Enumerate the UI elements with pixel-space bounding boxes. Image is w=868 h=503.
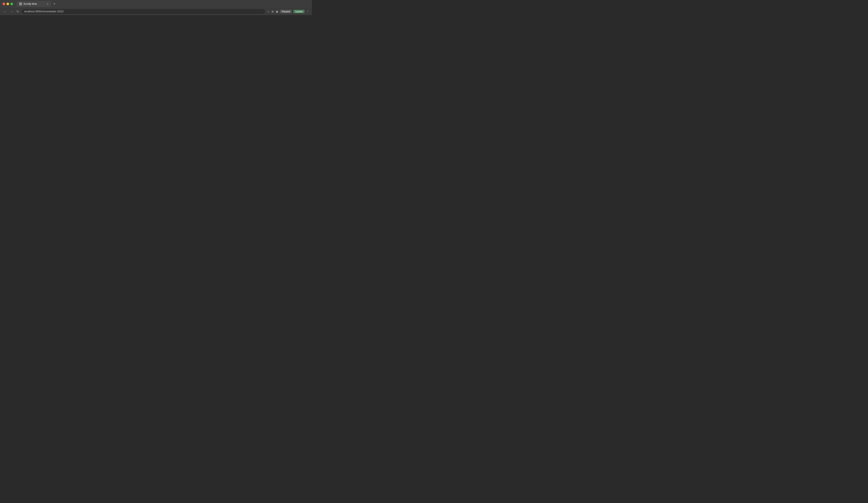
- update-button[interactable]: Update: [293, 10, 304, 13]
- menu-icon[interactable]: ⋮: [306, 10, 309, 13]
- new-tab-button[interactable]: +: [52, 1, 57, 7]
- minimize-button[interactable]: [7, 3, 9, 5]
- bookmark-icon[interactable]: ☆: [267, 10, 270, 13]
- address-bar[interactable]: localhost:3000/chrometober-2022/: [22, 9, 265, 14]
- paused-button[interactable]: Paused: [280, 10, 291, 13]
- tab-favicon: [19, 2, 22, 6]
- forward-button[interactable]: →: [9, 9, 14, 14]
- traffic-lights: [3, 3, 13, 5]
- profile-icon[interactable]: ◉: [276, 10, 278, 13]
- tab-bar: Scrolly time. ✕ +: [17, 1, 309, 7]
- toolbar-icons: ☆ ⊕ ◉ Paused Update ⋮: [267, 10, 309, 13]
- browser-titlebar: Scrolly time. ✕ +: [0, 0, 312, 8]
- browser-window: Scrolly time. ✕ + ← → ↻ localhost:3000/c…: [0, 0, 312, 15]
- back-button[interactable]: ←: [3, 9, 7, 14]
- close-button[interactable]: [3, 3, 5, 5]
- browser-toolbar: ← → ↻ localhost:3000/chrometober-2022/ ☆…: [0, 8, 312, 15]
- active-tab[interactable]: Scrolly time. ✕: [17, 1, 51, 7]
- tab-title: Scrolly time.: [23, 2, 38, 6]
- tab-close-button[interactable]: ✕: [46, 3, 49, 6]
- url-text: localhost:3000/chrometober-2022/: [24, 10, 64, 13]
- extension-icon[interactable]: ⊕: [271, 10, 274, 13]
- refresh-button[interactable]: ↻: [16, 9, 20, 14]
- maximize-button[interactable]: [10, 3, 13, 5]
